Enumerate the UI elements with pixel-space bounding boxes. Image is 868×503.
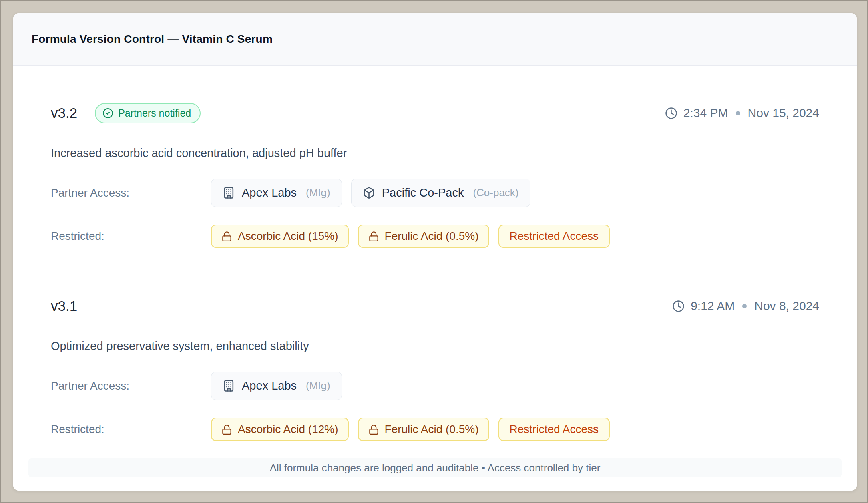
restricted-chip-ferulic-acid: Ferulic Acid (0.5%) [358, 418, 489, 441]
lock-icon [221, 424, 232, 435]
audit-note: All formula changes are logged and audit… [28, 458, 842, 477]
restricted-access-tag: Restricted Access [498, 225, 610, 248]
building-icon [223, 187, 235, 199]
restricted-chip-label: Restricted Access [510, 230, 599, 243]
version-description: Increased ascorbic acid concentration, a… [51, 146, 819, 160]
restricted-chip-label: Ascorbic Acid (12%) [238, 423, 338, 436]
restricted-label: Restricted: [51, 230, 211, 243]
partner-role: (Co-pack) [473, 187, 518, 199]
dot-separator [736, 111, 740, 115]
date-text: Nov 15, 2024 [748, 106, 819, 120]
lock-icon [368, 424, 379, 435]
version-title-group: v3.1 [51, 298, 77, 314]
restricted-label: Restricted: [51, 423, 211, 436]
partner-access-label: Partner Access: [51, 380, 211, 392]
version-list: v3.2 Partners notified 2:34 PM [13, 66, 857, 445]
package-icon [363, 187, 375, 199]
restricted-row: Restricted: Ascorbic Acid (15%) [51, 225, 819, 248]
partner-access-row: Partner Access: Apex Labs (Mfg) [51, 179, 819, 207]
formula-version-control-panel: Formula Version Control — Vitamin C Seru… [13, 13, 857, 491]
restricted-chip-ascorbic-acid: Ascorbic Acid (15%) [211, 225, 349, 248]
desktop-background: Formula Version Control — Vitamin C Seru… [0, 0, 868, 503]
partner-access-row: Partner Access: Apex Labs (Mfg) [51, 372, 819, 400]
version-header-row: v3.2 Partners notified 2:34 PM [51, 103, 819, 123]
version-entry-v3-2: v3.2 Partners notified 2:34 PM [51, 66, 819, 248]
timestamp: 9:12 AM Nov 8, 2024 [672, 299, 819, 313]
lock-icon [368, 231, 379, 242]
partner-chip-pacific-co-pack[interactable]: Pacific Co-Pack (Co-pack) [351, 179, 530, 207]
partner-name: Pacific Co-Pack [382, 186, 464, 199]
panel-title: Formula Version Control — Vitamin C Seru… [32, 33, 273, 46]
partner-name: Apex Labs [242, 186, 297, 199]
panel-header: Formula Version Control — Vitamin C Seru… [13, 13, 857, 66]
clock-icon [665, 107, 677, 119]
timestamp: 2:34 PM Nov 15, 2024 [665, 106, 819, 120]
partner-chip-apex-labs[interactable]: Apex Labs (Mfg) [211, 372, 342, 400]
circle-check-icon [102, 108, 113, 119]
time-text: 9:12 AM [691, 299, 735, 313]
version-header-row: v3.1 9:12 AM Nov 8, 2024 [51, 296, 819, 316]
restricted-row: Restricted: Ascorbic Acid (12%) [51, 418, 819, 441]
partner-name: Apex Labs [242, 379, 297, 392]
badge-label: Partners notified [118, 107, 191, 119]
partner-role: (Mfg) [306, 380, 330, 392]
partner-chip-list: Apex Labs (Mfg) Pacific Co-Pack (Co-pack… [211, 179, 530, 207]
restricted-chip-label: Restricted Access [510, 423, 599, 436]
partner-role: (Mfg) [306, 187, 330, 199]
restricted-chip-ferulic-acid: Ferulic Acid (0.5%) [358, 225, 489, 248]
time-text: 2:34 PM [683, 106, 728, 120]
restricted-chip-ascorbic-acid: Ascorbic Acid (12%) [211, 418, 349, 441]
version-description: Optimized preservative system, enhanced … [51, 339, 819, 353]
clock-icon [672, 300, 685, 312]
dot-separator [742, 304, 747, 308]
partners-notified-badge: Partners notified [95, 103, 201, 123]
partner-chip-apex-labs[interactable]: Apex Labs (Mfg) [211, 179, 342, 207]
version-title-group: v3.2 Partners notified [51, 103, 201, 123]
restricted-chip-list: Ascorbic Acid (15%) Ferulic Acid (0.5%) … [211, 225, 610, 248]
restricted-chip-label: Ascorbic Acid (15%) [238, 230, 338, 243]
version-label: v3.2 [51, 105, 77, 121]
restricted-chip-list: Ascorbic Acid (12%) Ferulic Acid (0.5%) … [211, 418, 610, 441]
restricted-access-tag: Restricted Access [498, 418, 610, 441]
version-label: v3.1 [51, 298, 77, 314]
restricted-chip-label: Ferulic Acid (0.5%) [385, 230, 479, 243]
lock-icon [221, 231, 232, 242]
partner-chip-list: Apex Labs (Mfg) [211, 372, 342, 400]
date-text: Nov 8, 2024 [754, 299, 819, 313]
restricted-chip-label: Ferulic Acid (0.5%) [385, 423, 479, 436]
building-icon [223, 380, 235, 392]
partner-access-label: Partner Access: [51, 187, 211, 199]
panel-footer: All formula changes are logged and audit… [13, 445, 857, 491]
version-entry-v3-1: v3.1 9:12 AM Nov 8, 2024 Optimized prese… [51, 274, 819, 441]
